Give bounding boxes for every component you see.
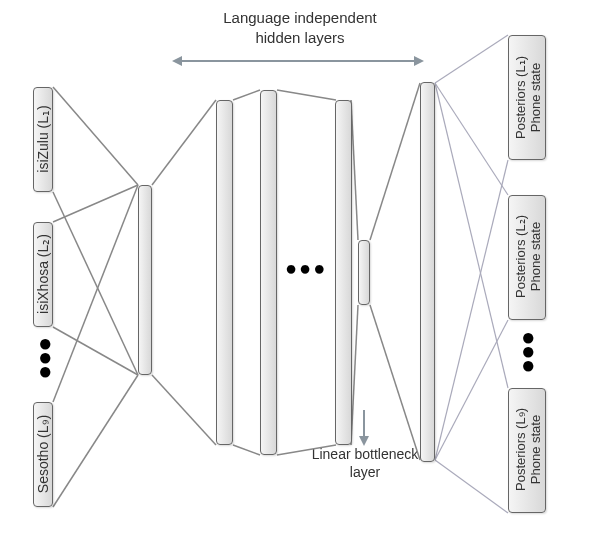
- bottleneck-layer: [358, 240, 370, 305]
- svg-line-5: [53, 375, 138, 507]
- svg-line-17: [435, 160, 508, 460]
- output-label-1a: Phone state: [528, 48, 543, 148]
- diagram-canvas: Language independent hidden layers: [0, 0, 598, 536]
- input-ellipsis-icon: ●●●: [38, 336, 55, 378]
- svg-line-11: [277, 445, 336, 455]
- svg-line-0: [53, 87, 138, 185]
- output-label-1b: Posteriors (L₁): [513, 48, 528, 148]
- svg-line-21: [435, 460, 508, 513]
- middle-ellipsis-icon: ●●●: [285, 257, 327, 280]
- svg-line-16: [435, 35, 508, 83]
- svg-line-6: [152, 100, 216, 185]
- input-label-2: isiXhosa (L₂): [35, 225, 51, 323]
- output-label-3b: Posteriors (L₉): [513, 400, 528, 500]
- input-label-1: isiZulu (L₁): [35, 94, 51, 184]
- output-label-2b: Posteriors (L₂): [513, 207, 528, 307]
- shared-layer-a: [138, 185, 152, 375]
- hidden-layer-b: [216, 100, 233, 445]
- svg-line-8: [233, 90, 260, 100]
- svg-line-14: [370, 83, 420, 240]
- svg-line-20: [435, 83, 508, 388]
- expansion-layer: [420, 82, 435, 462]
- svg-line-10: [277, 90, 336, 100]
- svg-line-4: [53, 185, 138, 402]
- output-label-2a: Phone state: [528, 207, 543, 307]
- svg-line-7: [152, 375, 216, 445]
- svg-line-15: [370, 305, 420, 460]
- output-label-3a: Phone state: [528, 400, 543, 500]
- svg-line-18: [435, 83, 508, 195]
- input-label-3: Sesotho (L₉): [35, 406, 51, 502]
- hidden-layer-c: [260, 90, 277, 455]
- svg-line-9: [233, 445, 260, 455]
- svg-line-13: [351, 305, 358, 445]
- output-ellipsis-icon: ●●●: [521, 330, 538, 372]
- hidden-layer-d: [335, 100, 352, 445]
- svg-line-12: [351, 100, 358, 240]
